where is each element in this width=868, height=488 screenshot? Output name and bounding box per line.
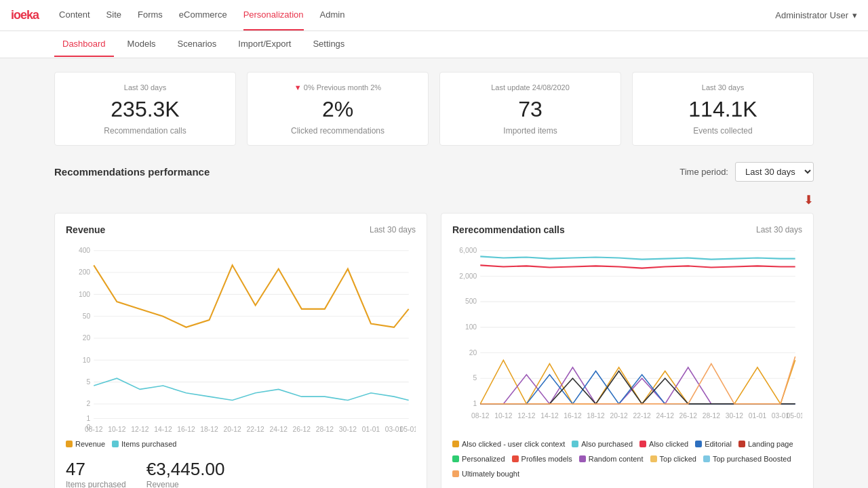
stat-value-4: 114.1K: [688, 97, 757, 122]
logo: ioeka: [11, 8, 39, 22]
svg-text:10-12: 10-12: [494, 411, 512, 420]
svg-text:200: 200: [79, 268, 90, 276]
charts-row: Revenue Last 30 days 400 20: [54, 213, 814, 488]
svg-text:20: 20: [83, 333, 91, 342]
nav-items: Content Site Forms eCommerce Personaliza…: [59, 0, 775, 30]
time-period-row: Time period: Last 7 days Last 30 days La…: [679, 162, 814, 182]
legend-also-clicked-label: Also clicked: [649, 440, 688, 448]
performance-header: Recommendations performance Time period:…: [54, 162, 814, 182]
legend-profiles-models: Profiles models: [512, 455, 572, 463]
legend-top-clicked: Top clicked: [650, 455, 696, 463]
stat-cards-row: Last 30 days 235.3K Recommendation calls…: [54, 72, 814, 146]
nav-ecommerce[interactable]: eCommerce: [179, 0, 227, 30]
svg-text:24-12: 24-12: [270, 425, 288, 433]
legend-random-content-label: Random content: [589, 455, 644, 463]
svg-text:08-12: 08-12: [471, 411, 489, 420]
svg-text:2,000: 2,000: [459, 271, 477, 279]
legend-random-content-dot: [579, 455, 586, 462]
nav-personalization[interactable]: Personalization: [243, 0, 304, 30]
subnav-dashboard[interactable]: Dashboard: [54, 32, 114, 57]
svg-text:6,000: 6,000: [459, 246, 477, 254]
stat-top-label-3: Last update 24/08/2020: [491, 83, 570, 92]
svg-text:28-12: 28-12: [703, 411, 720, 420]
svg-text:16-12: 16-12: [564, 411, 581, 420]
subnav-models[interactable]: Models: [119, 32, 164, 57]
svg-text:22-12: 22-12: [633, 411, 650, 420]
top-navigation: ioeka Content Site Forms eCommerce Perso…: [0, 0, 868, 31]
legend-landing-page-dot: [738, 441, 745, 447]
items-purchased-label: Items purchased: [66, 480, 126, 488]
rerec-chart-svg: 6,000 2,000 500 100 20 5 1: [452, 243, 802, 433]
rerec-chart-legend: Also clicked - user click context Also p…: [452, 440, 802, 478]
svg-text:50: 50: [83, 312, 91, 320]
legend-revenue-dot: [66, 441, 73, 447]
legend-also-clicked-user: Also clicked - user click context: [452, 440, 565, 448]
revenue-chart-legend: Revenue Items purchased: [66, 440, 416, 448]
main-content: Last 30 days 235.3K Recommendation calls…: [0, 58, 868, 488]
svg-text:05-01: 05-01: [787, 411, 802, 420]
nav-forms[interactable]: Forms: [138, 0, 163, 30]
revenue-chart-svg: 400 200 100 50 20 10 5 2 1 0 08-12: [66, 243, 416, 433]
legend-items-purchased: Items purchased: [112, 440, 176, 448]
svg-text:01-01: 01-01: [362, 425, 380, 433]
time-period-select[interactable]: Last 7 days Last 30 days Last 90 days: [735, 162, 814, 182]
user-menu[interactable]: Administrator User ▾: [775, 10, 857, 20]
legend-also-clicked-user-label: Also clicked - user click context: [462, 440, 565, 448]
subnav-scenarios[interactable]: Scenarios: [170, 32, 225, 57]
download-icon[interactable]: ⬇: [804, 192, 814, 207]
rerec-chart-container: 6,000 2,000 500 100 20 5 1: [452, 243, 802, 433]
legend-also-purchased-label: Also purchased: [581, 440, 633, 448]
svg-text:24-12: 24-12: [656, 411, 674, 420]
legend-ultimately-bought: Ultimately bought: [452, 470, 519, 478]
stat-card-clicked-recommendations: ▼ 0% Previous month 2% 2% Clicked recomm…: [247, 72, 429, 146]
svg-text:30-12: 30-12: [339, 425, 357, 433]
rerec-chart-title: Rerecommendation calls: [452, 224, 565, 235]
revenue-chart-container: 400 200 100 50 20 10 5 2 1 0 08-12: [66, 243, 416, 433]
rerec-chart-panel: Rerecommendation calls Last 30 days 6,00…: [441, 213, 814, 488]
legend-landing-page: Landing page: [738, 440, 793, 448]
svg-text:30-12: 30-12: [726, 411, 743, 420]
svg-text:22-12: 22-12: [246, 425, 264, 433]
svg-text:1: 1: [86, 413, 90, 422]
items-purchased-value: 47: [66, 459, 126, 480]
revenue-chart-title: Revenue: [66, 224, 105, 235]
stat-value-3: 73: [518, 97, 542, 122]
legend-landing-page-label: Landing page: [748, 440, 793, 448]
legend-editorial-label: Editorial: [705, 440, 732, 448]
badge-down-icon: ▼: [294, 83, 302, 92]
user-label: Administrator User: [775, 10, 848, 20]
svg-text:28-12: 28-12: [316, 425, 334, 433]
legend-ultimately-bought-label: Ultimately bought: [462, 470, 519, 478]
svg-text:12-12: 12-12: [131, 425, 149, 433]
performance-title: Recommendations performance: [54, 166, 210, 178]
svg-text:10: 10: [83, 355, 91, 363]
subnav-settings[interactable]: Settings: [304, 32, 353, 57]
stat-bottom-label-1: Recommendation calls: [104, 126, 186, 136]
legend-also-clicked-dot: [639, 441, 646, 447]
svg-text:18-12: 18-12: [587, 411, 604, 420]
revenue-label: Revenue: [146, 480, 225, 488]
legend-profiles-models-dot: [512, 455, 519, 462]
svg-text:1: 1: [473, 399, 477, 407]
nav-site[interactable]: Site: [106, 0, 121, 30]
legend-items-purchased-dot: [112, 441, 119, 447]
legend-also-purchased: Also purchased: [572, 440, 633, 448]
svg-text:2: 2: [86, 399, 90, 407]
legend-also-clicked-user-dot: [452, 441, 459, 447]
legend-revenue-label: Revenue: [75, 440, 105, 448]
svg-text:12-12: 12-12: [517, 411, 535, 420]
stat-top-label-1: Last 30 days: [124, 83, 166, 92]
svg-text:20-12: 20-12: [610, 411, 627, 420]
rerec-chart-period: Last 30 days: [756, 225, 802, 235]
sub-navigation: Dashboard Models Scenarios Import/Export…: [0, 31, 868, 58]
legend-items-purchased-label: Items purchased: [121, 440, 176, 448]
legend-profiles-models-label: Profiles models: [521, 455, 572, 463]
stat-bottom-label-2: Clicked recommendations: [291, 126, 384, 136]
nav-admin[interactable]: Admin: [320, 0, 345, 30]
nav-content[interactable]: Content: [59, 0, 90, 30]
legend-top-purchased-boosted: Top purchased Boosted: [703, 455, 791, 463]
svg-text:5: 5: [86, 378, 90, 386]
subnav-import-export[interactable]: Import/Export: [230, 32, 299, 57]
legend-personalized-label: Personalized: [462, 455, 505, 463]
revenue-value: €3,445.00: [146, 459, 225, 480]
